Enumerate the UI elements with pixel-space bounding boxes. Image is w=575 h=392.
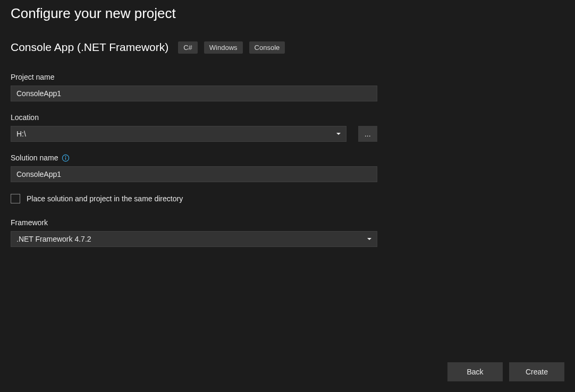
create-button[interactable]: Create: [509, 362, 564, 381]
tag-type: Console: [249, 41, 285, 54]
field-framework: Framework .NET Framework 4.7.2: [11, 218, 377, 247]
solution-name-input[interactable]: [11, 166, 377, 182]
field-project-name: Project name: [11, 73, 377, 101]
svg-point-1: [65, 156, 66, 157]
solution-name-label: Solution name: [11, 154, 377, 162]
same-directory-checkbox[interactable]: [11, 194, 20, 203]
project-name-input[interactable]: [11, 86, 377, 101]
field-solution-name: Solution name: [11, 154, 377, 182]
location-value: H:\: [16, 130, 26, 138]
svg-rect-2: [65, 157, 66, 159]
back-button[interactable]: Back: [447, 362, 503, 381]
browse-button[interactable]: ...: [358, 126, 378, 142]
field-location: Location H:\ ...: [11, 113, 377, 142]
framework-label: Framework: [11, 218, 377, 227]
solution-name-label-text: Solution name: [11, 154, 58, 162]
same-directory-row: Place solution and project in the same d…: [11, 194, 377, 203]
chevron-down-icon: [336, 133, 341, 135]
page-title: Configure your new project: [11, 5, 564, 22]
location-dropdown[interactable]: H:\: [11, 126, 346, 142]
framework-value: .NET Framework 4.7.2: [16, 235, 91, 243]
same-directory-label: Place solution and project in the same d…: [27, 194, 183, 203]
location-label: Location: [11, 113, 377, 122]
tag-language: C#: [178, 41, 198, 54]
tag-platform: Windows: [204, 41, 243, 54]
info-icon[interactable]: [62, 154, 70, 162]
footer-buttons: Back Create: [447, 362, 564, 381]
project-type-title: Console App (.NET Framework): [11, 41, 168, 54]
framework-dropdown[interactable]: .NET Framework 4.7.2: [11, 231, 377, 247]
form-section: Project name Location H:\ ... Solution n…: [11, 73, 377, 259]
project-type-row: Console App (.NET Framework) C# Windows …: [11, 41, 564, 54]
chevron-down-icon: [367, 238, 371, 240]
project-name-label: Project name: [11, 73, 377, 81]
